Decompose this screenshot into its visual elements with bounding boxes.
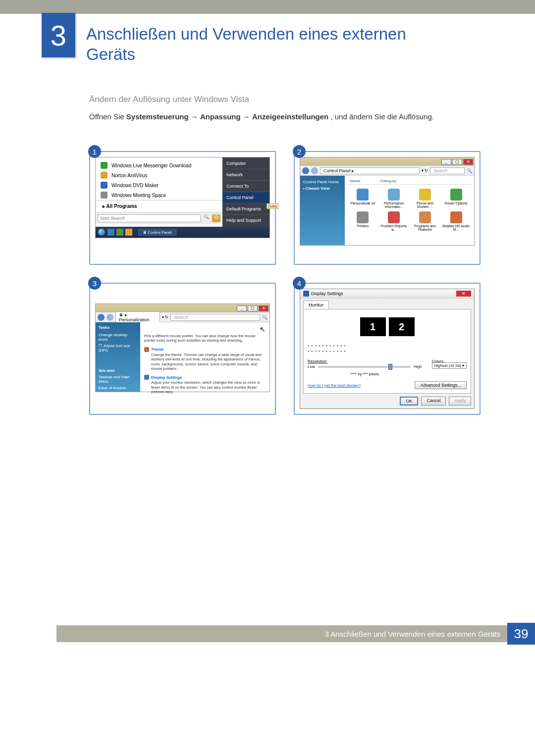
instruction-text: Öffnen Sie Systemsteuerung → Anpassung →… xyxy=(89,111,481,123)
start-search-input[interactable] xyxy=(98,214,201,222)
ok-button[interactable]: OK xyxy=(400,397,418,405)
sidebar-item[interactable]: Control Panel Home xyxy=(303,179,342,185)
printer-icon xyxy=(357,211,369,223)
breadcrumb[interactable]: 🖥 ▸ Personalization xyxy=(115,311,160,323)
cp-icon-realtek[interactable]: Realtek HD Audio M... xyxy=(442,211,470,231)
description: Pick a different mouse pointer. You can … xyxy=(144,334,266,343)
label: Performance Informatio... xyxy=(380,202,408,208)
cp-icon-power[interactable]: Power Options xyxy=(442,189,470,208)
app-icon xyxy=(101,172,107,179)
taskbar: 🖥 Control Panel xyxy=(96,227,269,238)
label: Highest (32 bit) xyxy=(434,363,461,368)
flag-icon xyxy=(388,211,400,223)
back-icon[interactable] xyxy=(98,314,105,321)
back-icon[interactable] xyxy=(302,167,309,174)
apply-button[interactable]: Apply xyxy=(449,397,471,405)
cp-icon-problem[interactable]: Problem Reports a... xyxy=(380,211,408,231)
start-right-item[interactable]: Computer xyxy=(222,157,269,169)
start-menu-item[interactable]: Norton AntiVirus xyxy=(96,170,222,180)
chapter-number-badge: 3 xyxy=(42,13,75,57)
maximize-icon[interactable]: ▢ xyxy=(248,305,258,311)
personalization-block[interactable]: Pick a different mouse pointer. You can … xyxy=(144,334,266,343)
start-right-item[interactable]: Network xyxy=(222,169,269,180)
quicklaunch-icon[interactable] xyxy=(107,229,114,236)
label: Realtek HD Audio M... xyxy=(442,224,470,231)
step-panel-3: 3 _ ▢ ✕ 🖥 ▸ Personalization ▾ ↻ Search 🔍 xyxy=(89,283,276,415)
control-panel-sidebar: Control Panel Home • Classic View xyxy=(300,176,345,245)
start-menu-item[interactable]: Windows Live Messenger Download xyxy=(96,160,222,170)
personalization-window: _ ▢ ✕ 🖥 ▸ Personalization ▾ ↻ Search 🔍 T… xyxy=(95,303,270,392)
help-link[interactable]: How do I get the best display? xyxy=(308,383,361,388)
close-icon[interactable]: ✕ xyxy=(463,159,473,165)
window-titlebar: _ ▢ ✕ xyxy=(300,157,474,166)
advanced-button[interactable]: Advanced Settings... xyxy=(415,381,467,389)
monitor-1[interactable]: 1 xyxy=(360,317,386,336)
footer-spacer xyxy=(0,625,56,642)
power-icon[interactable]: ⏻ xyxy=(212,214,220,222)
cp-icon-personalization[interactable]: Personalizati on xyxy=(349,189,377,208)
label: Windows Meeting Space xyxy=(111,193,166,198)
forward-icon[interactable] xyxy=(107,314,113,321)
personalization-block[interactable]: Theme Change the theme. Themes can chang… xyxy=(144,347,266,371)
start-right-item-selected[interactable]: Control Panel xyxy=(222,192,269,203)
monitor-2[interactable]: 2 xyxy=(389,317,415,336)
label: Norton AntiVirus xyxy=(111,173,147,178)
sidebar-item[interactable]: • Classic View xyxy=(303,185,342,192)
start-orb-icon[interactable] xyxy=(98,228,106,236)
monitor-preview: 1 2 xyxy=(308,317,467,336)
start-search-row: 🔍 ⏻ xyxy=(96,212,222,224)
step-panel-4: 4 Display Settings ✕ Monitor 1 2 * * * *… xyxy=(294,283,481,415)
search-input[interactable]: Search xyxy=(170,314,260,321)
personalization-block[interactable]: Display Settings Adjust your monitor res… xyxy=(144,375,266,394)
start-menu-right: Computer Network Connect To Control Pane… xyxy=(222,157,269,227)
dialog-titlebar: Display Settings ✕ xyxy=(300,289,474,299)
slider-thumb[interactable] xyxy=(388,364,392,370)
all-programs[interactable]: ▸ All Programs xyxy=(96,200,222,212)
page-content: Ändern der Auflösung unter Windows Vista… xyxy=(0,65,535,415)
sidebar-item[interactable]: 🛡 Adjust font size (DPI) xyxy=(99,343,137,353)
forward-icon[interactable] xyxy=(311,167,318,174)
column-name[interactable]: Name xyxy=(350,179,360,183)
quicklaunch-icon[interactable] xyxy=(116,229,123,236)
breadcrumb[interactable]: Control Panel ▸ xyxy=(320,167,420,174)
app-icon xyxy=(101,162,107,169)
start-right-item[interactable]: Help and Support xyxy=(222,214,269,226)
cancel-button[interactable]: Cancel xyxy=(421,397,446,405)
sidebar-item[interactable]: Taskbar and Start Menu xyxy=(99,374,137,385)
sidebar-heading: Tasks xyxy=(99,325,137,330)
start-right-item[interactable]: Connect To xyxy=(222,180,269,192)
close-icon[interactable]: ✕ xyxy=(456,291,471,297)
minimize-icon[interactable]: _ xyxy=(237,305,247,311)
search-input[interactable]: Search xyxy=(430,167,465,174)
search-icon: 🔍 xyxy=(467,168,472,173)
minimize-icon[interactable]: _ xyxy=(441,159,451,165)
cp-icon-phone[interactable]: Phone and Modem ... xyxy=(411,189,439,208)
resolution-slider[interactable]: Low High xyxy=(308,364,422,369)
cp-icon-programs[interactable]: Programs and Features xyxy=(411,211,439,231)
step-number: 4 xyxy=(293,277,306,290)
phone-icon xyxy=(419,189,431,201)
tab-monitor[interactable]: Monitor xyxy=(303,301,329,309)
start-menu-item[interactable]: Windows Meeting Space xyxy=(96,190,222,200)
link-label: Theme xyxy=(151,347,164,352)
refresh-icon[interactable]: ▾ ↻ xyxy=(162,315,168,319)
cp-icon-performance[interactable]: Performance Informatio... xyxy=(380,189,408,208)
start-right-item[interactable]: Default Programs Custo xyxy=(222,203,269,214)
quicklaunch-icon[interactable] xyxy=(125,229,132,236)
sidebar-item[interactable]: Change desktop icons xyxy=(99,332,137,343)
tooltip: Custo xyxy=(267,203,278,209)
label: Control Panel xyxy=(148,230,171,235)
colors-select[interactable]: Highest (32 bit) ▾ xyxy=(432,362,467,369)
label: Adjust font size (DPI) xyxy=(99,344,130,353)
txt: , und ändern Sie die Auflösung. xyxy=(330,112,434,121)
sidebar-item[interactable]: Ease of Access xyxy=(99,385,137,391)
page-number: 39 xyxy=(507,623,535,645)
start-menu-item[interactable]: Windows DVD Maker xyxy=(96,180,222,190)
maximize-icon[interactable]: ▢ xyxy=(452,159,462,165)
taskbar-button[interactable]: 🖥 Control Panel xyxy=(138,229,176,236)
refresh-icon[interactable]: ▾ ↻ xyxy=(422,168,428,173)
cp-icon-printers[interactable]: Printers xyxy=(349,211,377,231)
close-icon[interactable]: ✕ xyxy=(259,305,268,311)
column-category[interactable]: Category xyxy=(380,179,396,183)
search-icon[interactable]: 🔍 xyxy=(201,214,212,222)
